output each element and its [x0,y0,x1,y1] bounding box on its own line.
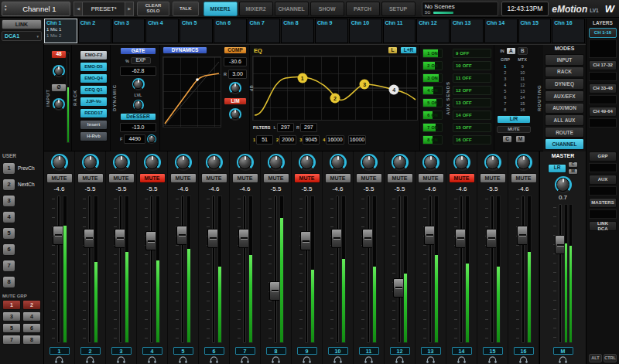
channel-number[interactable]: 2 [80,347,101,355]
mute-group-button[interactable]: 4 [22,311,41,321]
rack-plugin-slot[interactable]: REDD17 [80,108,108,118]
routing-assign-cell[interactable]: 15 [515,101,532,107]
mono-button[interactable]: M [515,135,525,143]
channel-selector[interactable]: ▲▼ Channel 1 [2,2,70,16]
eq-band-readout[interactable]: 1 51 [253,135,273,145]
cue-solo-control[interactable] [364,355,374,364]
rack-plugin-slot[interactable]: H-Rvb [80,131,108,141]
rack-plugin-slot[interactable]: EMO-Q4 [80,73,108,83]
mute-group-button[interactable]: 5 [2,323,21,333]
comp-threshold-display[interactable]: -30.6 [224,57,247,66]
aux-send[interactable]: 10 OFF [453,61,491,70]
cue-solo-control[interactable] [147,355,157,364]
fader-track[interactable] [305,196,308,343]
fader-track[interactable] [243,196,246,343]
aux-send[interactable]: 9 OFF [453,49,491,58]
mute-button[interactable]: MUTE [108,173,135,183]
user-assignable-button[interactable]: 2 [2,179,15,191]
user-assignable-button[interactable]: 5 [2,227,15,240]
aux-send[interactable]: 6ON [422,111,443,120]
cue-solo-control[interactable] [518,355,528,364]
mute-group-button[interactable]: 8 [22,335,41,345]
eq-graph[interactable]: 1 2 3 4 [252,56,418,121]
eq-band-value[interactable]: 9045 [303,135,320,145]
routing-assign-cell[interactable]: 13 [515,89,532,94]
routing-assign-cell[interactable]: 9 [515,64,532,70]
gate-level-knob[interactable] [133,100,144,111]
channel-number[interactable]: 13 [421,347,441,355]
routing-assign-cell[interactable]: 7 [497,101,514,107]
main-tab[interactable]: SETUP [381,2,416,16]
dynamics-header-button[interactable]: DYNAMICS [162,46,207,54]
aux-send[interactable]: 15 OFF [453,123,491,132]
user-assignable-button[interactable]: 3 [2,195,15,207]
pan-knob[interactable] [392,154,409,171]
input-gain-knob[interactable] [53,65,65,77]
channel-tab[interactable]: Chn 16 [552,19,585,43]
pan-knob[interactable] [484,154,501,171]
channel-tab[interactable]: Chn 5 [180,19,213,43]
deesser-button[interactable]: DeESSER [120,113,156,121]
channel-number[interactable]: 5 [173,347,193,355]
cue-solo-control[interactable] [395,355,405,364]
input-a-button[interactable]: A [506,47,516,55]
mode-button[interactable]: AUX/MON [545,103,584,114]
cue-solo-control[interactable] [209,355,219,364]
routing-assign-cell[interactable]: 10 [515,70,532,76]
cue-solo-control[interactable] [240,355,250,364]
layer-button[interactable]: LINK DCA [589,221,617,231]
mode-button[interactable]: AUX/EFX [545,90,584,102]
alt-button[interactable]: ALT [589,354,602,362]
cue-solo-control[interactable] [116,355,126,364]
aux-send[interactable]: 3ON [422,73,443,83]
mute-button[interactable]: MUTE [77,173,104,183]
main-tab[interactable]: CHANNEL [275,2,309,16]
channel-number[interactable]: 1 [50,347,70,355]
layer-button[interactable]: AUX [589,175,617,185]
main-tab[interactable]: PATCH [346,2,380,16]
eq-band-value[interactable]: 16000 [326,135,344,145]
layer-button[interactable]: MASTERS [589,198,617,208]
gate-threshold-knob[interactable] [132,78,145,90]
aux-send[interactable]: 8ON [422,135,443,145]
channel-tab[interactable]: Chn 15 [518,19,552,43]
fader-track[interactable] [88,196,91,343]
deesser-threshold-display[interactable]: -13.0 [120,123,156,132]
talk-button[interactable]: TALK [173,2,199,16]
expander-mode-button[interactable]: EXP [131,57,151,64]
fader-track[interactable] [119,196,122,343]
filter-value[interactable]: 297 [300,123,317,132]
pan-knob[interactable] [206,154,223,171]
rack-plugin-slot[interactable]: EMO-F2 [80,50,108,60]
mute-button[interactable]: MUTE [325,173,351,183]
channel-tab[interactable]: Chn 1 1 Mic 1 1 Mic 2 [44,19,77,43]
input-b-button[interactable]: B [518,47,528,55]
preset-next-button[interactable]: ▶ [125,2,134,16]
main-tab[interactable]: MIXER2 [239,2,273,16]
aux-send[interactable]: 13 OFF [453,98,491,107]
fader-track[interactable] [212,196,215,343]
mute-button[interactable]: MUTE [418,173,444,183]
pan-knob[interactable] [51,154,68,171]
pan-knob[interactable] [361,154,378,171]
pan-knob[interactable] [453,154,470,171]
user-assignable-button[interactable]: 7 [2,260,15,272]
master-channel-label[interactable]: M [553,347,573,355]
gate-header-button[interactable]: GATE [120,47,156,55]
fader-track[interactable] [336,196,339,343]
pan-knob[interactable] [237,154,254,171]
filter-readout[interactable]: R 297 [296,123,317,132]
mute-group-button[interactable]: 7 [2,335,21,345]
cue-solo-control[interactable] [54,355,64,364]
mode-button[interactable]: DYN/EQ [545,78,584,90]
master-cue-solo-control[interactable] [558,355,568,364]
routing-assign-cell[interactable]: 14 [515,95,532,100]
preset-prev-button[interactable]: ◀ [74,2,83,16]
user-assignable-button[interactable]: 8 [2,276,15,288]
mute-button[interactable]: MUTE [387,173,413,183]
channel-number[interactable]: 8 [266,347,286,355]
eq-band-value[interactable]: 2000 [279,135,296,145]
aux-send[interactable]: 12 OFF [453,86,491,95]
pan-knob[interactable] [299,154,316,171]
mute-button[interactable]: MUTE [139,173,166,183]
